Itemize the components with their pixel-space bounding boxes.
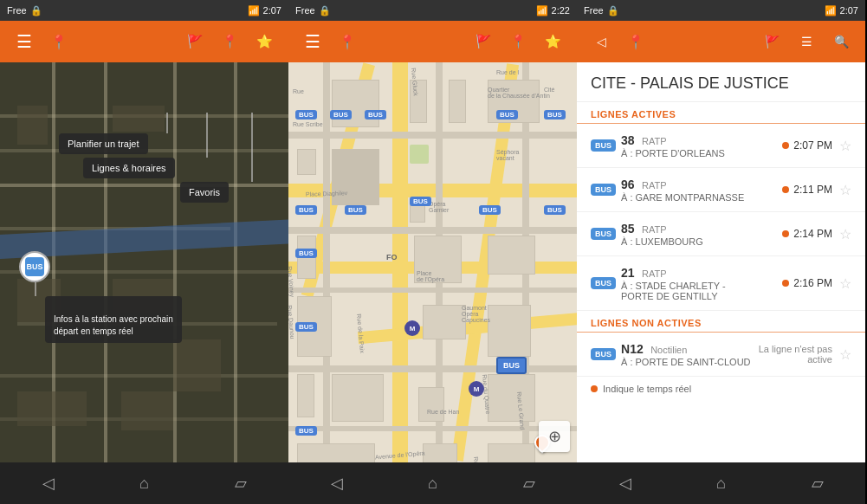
metro-marker-1[interactable]: M: [404, 320, 420, 336]
home-button-1[interactable]: ⌂: [123, 466, 166, 501]
time-value-38: 2:07 PM: [793, 139, 832, 152]
map-panel-2[interactable]: Rue de l Rue Rue Scribe Place Diaghilev …: [288, 62, 577, 462]
bus-line-row-21[interactable]: BUS 21 RATP À : STADE CHARLETY - PORTE D…: [577, 256, 865, 311]
bus-marker-12[interactable]: BUS: [295, 322, 317, 332]
bus-marker-9[interactable]: BUS: [479, 205, 501, 215]
back-nav-button-3[interactable]: ◁: [584, 24, 618, 59]
favorites-button-2[interactable]: ⭐: [535, 24, 570, 59]
realtime-note-dot: [591, 385, 598, 392]
menu-button-2[interactable]: ☰: [295, 24, 330, 59]
search-icon-3[interactable]: 🔍: [824, 24, 858, 59]
panel-stop-detail: Free 🔒 📶 2:07 ◁ 📍 🚩 ☰ 🔍 CITE - PALAIS DE…: [577, 0, 865, 504]
time-2: 2:22: [552, 5, 570, 16]
bus-marker-8[interactable]: BUS: [410, 197, 431, 206]
lines-timetable-button[interactable]: 📍: [212, 24, 247, 59]
bus-line-row-n12[interactable]: BUS N12 Noctilien À : PORTE DE SAINT-CLO…: [577, 333, 865, 377]
lock-icon-3: 🔒: [607, 5, 619, 16]
time-value-21: 2:16 PM: [793, 277, 832, 289]
line-number-96: 96: [621, 178, 635, 191]
bus-line-row-85[interactable]: BUS 85 RATP À : LUXEMBOURG 2:14 PM ☆: [577, 212, 865, 256]
signal-icon-3: 📶: [825, 5, 837, 16]
bus-line-info-38: 38 RATP À : PORTE D'ORLEANS: [621, 132, 782, 158]
recent-button-2[interactable]: ▱: [508, 466, 551, 501]
status-right-3: 📶 2:07: [825, 5, 858, 16]
map-panel-1[interactable]: BUS Planifier un trajet Lignes & horaire…: [0, 62, 288, 462]
back-button-1[interactable]: ◁: [27, 466, 70, 501]
bus-line-info-n12: N12 Noctilien À : PORTE DE SAINT-CLOUD: [621, 341, 754, 367]
realtime-dot-96: [782, 186, 789, 193]
bus-marker-13[interactable]: BUS: [295, 426, 317, 436]
time-value-85: 2:14 PM: [793, 228, 832, 240]
recent-button-1[interactable]: ▱: [219, 466, 262, 501]
street-label-scribe: Rue Scribe: [293, 121, 323, 127]
bus-marker-1[interactable]: BUS: [295, 110, 317, 120]
back-button-3[interactable]: ◁: [604, 466, 647, 501]
home-button-3[interactable]: ⌂: [700, 466, 743, 501]
line-number-85: 85: [621, 222, 635, 236]
bus-marker-11[interactable]: BUS: [295, 249, 317, 258]
tooltip-plan-route: Planifier un trajet: [59, 133, 148, 154]
bus-line-info-96: 96 RATP À : GARE MONTPARNASSE: [621, 177, 782, 203]
bus-marker-6[interactable]: BUS: [295, 205, 317, 215]
nav-bar-2: ☰ 📍 🚩 📍 ⭐: [288, 21, 577, 62]
bus-line-row-38[interactable]: BUS 38 RATP À : PORTE D'ORLEANS 2:07 PM …: [577, 124, 865, 168]
fav-star-85[interactable]: ☆: [839, 226, 851, 242]
bus-station-marker[interactable]: BUS: [19, 251, 50, 282]
fo-label: FO: [386, 253, 398, 262]
bus-marker-7[interactable]: BUS: [345, 205, 366, 215]
street-label-1: Rue de l: [496, 69, 519, 75]
bus-line-row-96[interactable]: BUS 96 RATP À : GARE MONTPARNASSE 2:11 P…: [577, 168, 865, 212]
selected-bus-marker[interactable]: BUS: [496, 357, 527, 374]
line-dest-38: À : PORTE D'ORLEANS: [621, 148, 782, 158]
status-bar-3: Free 🔒 📶 2:07: [577, 0, 865, 21]
realtime-dot-85: [782, 230, 789, 237]
bus-badge-21: BUS: [591, 277, 616, 289]
bottom-nav-2: ◁ ⌂ ▱: [288, 462, 577, 504]
recent-button-3[interactable]: ▱: [796, 466, 839, 501]
route-icon-3[interactable]: 🚩: [754, 24, 789, 59]
favorites-button[interactable]: ⭐: [247, 24, 281, 59]
menu-button-1[interactable]: ☰: [7, 24, 42, 59]
list-icon-3[interactable]: ☰: [789, 24, 824, 59]
realtime-dot-38: [782, 142, 789, 149]
quartier-label: Quartierde la Chaussée d'Antin: [488, 87, 550, 99]
time-1: 2:07: [263, 5, 281, 16]
status-right-2: 📶 2:22: [536, 5, 570, 16]
carrier-1: Free: [7, 5, 27, 16]
fav-star-n12[interactable]: ☆: [839, 346, 851, 363]
stop-detail-content: CITE - PALAIS DE JUSTICE LIGNES ACTIVES …: [577, 62, 865, 462]
bus-marker-10[interactable]: BUS: [544, 205, 566, 215]
rue-hano-label: Rue de Han: [427, 409, 459, 415]
line-operator-21: RATP: [642, 268, 667, 279]
arrow-plan-route: [166, 113, 168, 133]
plan-route-button[interactable]: 🚩: [178, 24, 212, 59]
realtime-note-text: Indique le temps réel: [603, 384, 691, 394]
bus-marker-4[interactable]: BUS: [496, 110, 518, 120]
line-dest-21: À : STADE CHARLETY - PORTE DE GENTILLY: [621, 281, 782, 301]
bus-icon: BUS: [25, 257, 44, 276]
fav-star-21[interactable]: ☆: [839, 275, 851, 292]
line-number-n12: N12: [621, 342, 644, 356]
status-bar-2: Free 🔒 📶 2:22: [288, 0, 577, 21]
bus-marker-2[interactable]: BUS: [330, 110, 352, 120]
realtime-note: Indique le temps réel: [577, 377, 865, 401]
status-left-3: Free 🔒: [584, 5, 619, 16]
bus-badge-85: BUS: [591, 228, 616, 240]
fav-star-96[interactable]: ☆: [839, 182, 851, 198]
lines-button-2[interactable]: 📍: [501, 24, 535, 59]
line-time-96: 2:11 PM: [782, 184, 832, 196]
line-number-38: 38: [621, 133, 635, 147]
time-3: 2:07: [840, 5, 858, 16]
place-opera-label: Placede l'Opéra: [417, 270, 444, 282]
bus-marker-5[interactable]: BUS: [544, 110, 566, 120]
stop-name: CITE - PALAIS DE JUSTICE: [577, 62, 865, 102]
realtime-dot-21: [782, 280, 789, 287]
plan-route-button-2[interactable]: 🚩: [466, 24, 501, 59]
fav-star-38[interactable]: ☆: [839, 138, 851, 154]
bus-marker-3[interactable]: BUS: [365, 110, 386, 120]
metro-marker-2[interactable]: M: [469, 381, 484, 397]
home-button-2[interactable]: ⌂: [411, 466, 455, 501]
compass-button[interactable]: ⊕: [539, 421, 570, 452]
line-dest-n12: À : PORTE DE SAINT-CLOUD: [621, 357, 754, 367]
back-button-2[interactable]: ◁: [315, 466, 359, 501]
